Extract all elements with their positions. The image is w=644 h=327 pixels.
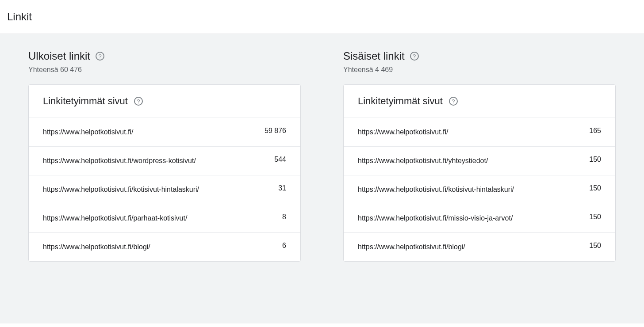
- external-card-header: Linkitetyimmät sivut ?: [29, 85, 300, 118]
- internal-title-row: Sisäiset linkit ?: [343, 50, 616, 62]
- internal-links-subtitle: Yhteensä 4 469: [343, 66, 616, 74]
- page-header: Linkit: [0, 0, 644, 34]
- row-url: https://www.helpotkotisivut.fi/blogi/: [358, 242, 564, 252]
- external-rows-container: https://www.helpotkotisivut.fi/59 876htt…: [29, 118, 300, 261]
- page-title: Linkit: [7, 11, 637, 23]
- row-count: 31: [260, 184, 286, 192]
- row-count: 150: [575, 242, 601, 250]
- row-url: https://www.helpotkotisivut.fi/: [43, 127, 249, 137]
- internal-card-header: Linkitetyimmät sivut ?: [344, 85, 615, 118]
- row-count: 6: [260, 242, 286, 250]
- row-count: 150: [575, 184, 601, 192]
- row-count: 150: [575, 213, 601, 221]
- internal-links-title: Sisäiset linkit: [343, 50, 405, 62]
- row-count: 59 876: [260, 127, 286, 135]
- internal-card-title: Linkitetyimmät sivut: [358, 95, 443, 107]
- row-count: 150: [575, 156, 601, 164]
- row-url: https://www.helpotkotisivut.fi/: [358, 127, 564, 137]
- table-row[interactable]: https://www.helpotkotisivut.fi/kotisivut…: [344, 175, 615, 204]
- help-icon[interactable]: ?: [96, 52, 104, 61]
- external-links-column: Ulkoiset linkit ? Yhteensä 60 476 Linkit…: [28, 50, 301, 308]
- row-url: https://www.helpotkotisivut.fi/blogi/: [43, 242, 249, 252]
- internal-section-header: Sisäiset linkit ? Yhteensä 4 469: [343, 50, 616, 74]
- external-card-title: Linkitetyimmät sivut: [43, 95, 128, 107]
- table-row[interactable]: https://www.helpotkotisivut.fi/missio-vi…: [344, 204, 615, 232]
- row-count: 8: [260, 213, 286, 221]
- external-links-title: Ulkoiset linkit: [28, 50, 90, 62]
- row-count: 165: [575, 127, 601, 135]
- internal-links-column: Sisäiset linkit ? Yhteensä 4 469 Linkite…: [343, 50, 616, 308]
- help-icon[interactable]: ?: [410, 52, 419, 61]
- table-row[interactable]: https://www.helpotkotisivut.fi/parhaat-k…: [29, 204, 300, 232]
- table-row[interactable]: https://www.helpotkotisivut.fi/59 876: [29, 118, 300, 146]
- table-row[interactable]: https://www.helpotkotisivut.fi/blogi/150: [344, 232, 615, 261]
- row-url: https://www.helpotkotisivut.fi/wordpress…: [43, 156, 249, 166]
- row-url: https://www.helpotkotisivut.fi/missio-vi…: [358, 213, 564, 224]
- external-links-subtitle: Yhteensä 60 476: [28, 66, 301, 74]
- table-row[interactable]: https://www.helpotkotisivut.fi/yhteystie…: [344, 146, 615, 175]
- internal-rows-container: https://www.helpotkotisivut.fi/165https:…: [344, 118, 615, 261]
- row-url: https://www.helpotkotisivut.fi/yhteystie…: [358, 156, 564, 166]
- help-icon[interactable]: ?: [134, 97, 143, 106]
- table-row[interactable]: https://www.helpotkotisivut.fi/blogi/6: [29, 232, 300, 261]
- internal-links-card: Linkitetyimmät sivut ? https://www.helpo…: [343, 84, 616, 262]
- row-url: https://www.helpotkotisivut.fi/parhaat-k…: [43, 213, 249, 224]
- external-links-card: Linkitetyimmät sivut ? https://www.helpo…: [28, 84, 301, 262]
- row-count: 544: [260, 156, 286, 164]
- external-section-header: Ulkoiset linkit ? Yhteensä 60 476: [28, 50, 301, 74]
- help-icon[interactable]: ?: [449, 97, 458, 106]
- content-area: Ulkoiset linkit ? Yhteensä 60 476 Linkit…: [0, 34, 644, 323]
- row-url: https://www.helpotkotisivut.fi/kotisivut…: [43, 184, 249, 195]
- row-url: https://www.helpotkotisivut.fi/kotisivut…: [358, 184, 564, 195]
- external-title-row: Ulkoiset linkit ?: [28, 50, 301, 62]
- table-row[interactable]: https://www.helpotkotisivut.fi/wordpress…: [29, 146, 300, 175]
- table-row[interactable]: https://www.helpotkotisivut.fi/165: [344, 118, 615, 146]
- table-row[interactable]: https://www.helpotkotisivut.fi/kotisivut…: [29, 175, 300, 204]
